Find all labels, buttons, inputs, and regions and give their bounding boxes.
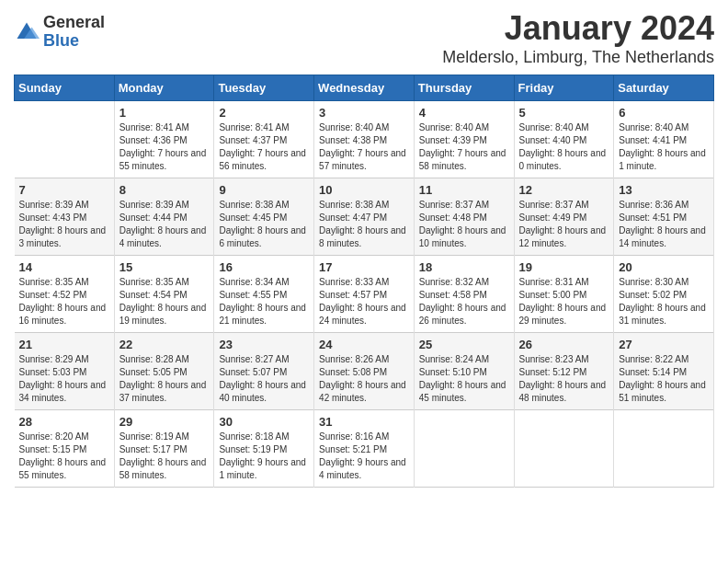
day-header-sunday: Sunday [15,75,115,101]
calendar-cell: 24Sunrise: 8:26 AMSunset: 5:08 PMDayligh… [314,333,415,410]
day-number: 13 [619,183,709,197]
day-header-saturday: Saturday [614,75,714,101]
calendar-cell [414,410,514,488]
week-row-4: 21Sunrise: 8:29 AMSunset: 5:03 PMDayligh… [15,333,714,410]
day-info: Sunrise: 8:40 AMSunset: 4:38 PMDaylight:… [319,121,409,173]
calendar-cell: 8Sunrise: 8:39 AMSunset: 4:44 PMDaylight… [114,178,214,256]
calendar-cell: 3Sunrise: 8:40 AMSunset: 4:38 PMDaylight… [314,101,415,178]
day-number: 20 [619,260,709,274]
day-number: 7 [19,183,109,197]
calendar-cell: 19Sunrise: 8:31 AMSunset: 5:00 PMDayligh… [514,256,614,333]
day-info: Sunrise: 8:35 AMSunset: 4:52 PMDaylight:… [19,276,109,327]
day-info: Sunrise: 8:20 AMSunset: 5:15 PMDaylight:… [19,431,109,482]
calendar-cell: 17Sunrise: 8:33 AMSunset: 4:57 PMDayligh… [314,256,415,333]
calendar-body: 1Sunrise: 8:41 AMSunset: 4:36 PMDaylight… [15,101,714,488]
day-info: Sunrise: 8:33 AMSunset: 4:57 PMDaylight:… [319,276,409,327]
day-header-thursday: Thursday [414,75,514,101]
day-info: Sunrise: 8:40 AMSunset: 4:39 PMDaylight:… [419,121,509,173]
day-header-monday: Monday [114,75,214,101]
day-info: Sunrise: 8:30 AMSunset: 5:02 PMDaylight:… [619,276,709,327]
day-number: 19 [519,260,609,274]
calendar-cell: 1Sunrise: 8:41 AMSunset: 4:36 PMDaylight… [114,101,214,178]
day-info: Sunrise: 8:19 AMSunset: 5:17 PMDaylight:… [119,431,210,482]
day-info: Sunrise: 8:29 AMSunset: 5:03 PMDaylight:… [19,353,109,405]
day-info: Sunrise: 8:31 AMSunset: 5:00 PMDaylight:… [519,276,609,327]
day-number: 9 [219,183,309,197]
day-header-tuesday: Tuesday [214,75,314,101]
calendar-cell: 18Sunrise: 8:32 AMSunset: 4:58 PMDayligh… [414,256,514,333]
day-info: Sunrise: 8:24 AMSunset: 5:10 PMDaylight:… [419,353,509,405]
day-number: 12 [519,183,609,197]
day-number: 22 [119,338,210,351]
location-title: Melderslo, Limburg, The Netherlands [442,48,714,67]
calendar-cell: 21Sunrise: 8:29 AMSunset: 5:03 PMDayligh… [15,333,115,410]
logo-general: General [43,14,105,32]
day-info: Sunrise: 8:38 AMSunset: 4:45 PMDaylight:… [219,199,309,250]
calendar-cell: 7Sunrise: 8:39 AMSunset: 4:43 PMDaylight… [15,178,115,256]
calendar-cell: 23Sunrise: 8:27 AMSunset: 5:07 PMDayligh… [214,333,314,410]
calendar-cell: 30Sunrise: 8:18 AMSunset: 5:19 PMDayligh… [214,410,314,488]
calendar-cell: 20Sunrise: 8:30 AMSunset: 5:02 PMDayligh… [614,256,714,333]
day-info: Sunrise: 8:27 AMSunset: 5:07 PMDaylight:… [219,353,309,405]
header: General Blue January 2024 Melderslo, Lim… [14,9,714,67]
day-number: 27 [619,338,709,351]
calendar-cell [614,410,714,488]
calendar-cell: 29Sunrise: 8:19 AMSunset: 5:17 PMDayligh… [114,410,214,488]
day-number: 10 [319,183,409,197]
day-number: 6 [619,106,709,120]
calendar-table: SundayMondayTuesdayWednesdayThursdayFrid… [14,75,714,488]
calendar-cell: 15Sunrise: 8:35 AMSunset: 4:54 PMDayligh… [114,256,214,333]
day-number: 21 [19,338,109,351]
day-info: Sunrise: 8:23 AMSunset: 5:12 PMDaylight:… [519,353,609,405]
calendar-cell: 16Sunrise: 8:34 AMSunset: 4:55 PMDayligh… [214,256,314,333]
week-row-2: 7Sunrise: 8:39 AMSunset: 4:43 PMDaylight… [15,178,714,256]
day-number: 25 [419,338,509,351]
calendar-cell [15,101,115,178]
day-info: Sunrise: 8:38 AMSunset: 4:47 PMDaylight:… [319,199,409,250]
week-row-1: 1Sunrise: 8:41 AMSunset: 4:36 PMDaylight… [15,101,714,178]
logo: General Blue [14,14,105,51]
calendar-cell: 25Sunrise: 8:24 AMSunset: 5:10 PMDayligh… [414,333,514,410]
day-header-friday: Friday [514,75,614,101]
calendar-cell: 26Sunrise: 8:23 AMSunset: 5:12 PMDayligh… [514,333,614,410]
logo-text: General Blue [43,14,105,51]
day-info: Sunrise: 8:35 AMSunset: 4:54 PMDaylight:… [119,276,210,327]
day-number: 29 [119,415,210,429]
day-info: Sunrise: 8:39 AMSunset: 4:43 PMDaylight:… [19,199,109,250]
calendar-cell: 10Sunrise: 8:38 AMSunset: 4:47 PMDayligh… [314,178,415,256]
calendar-cell: 6Sunrise: 8:40 AMSunset: 4:41 PMDaylight… [614,101,714,178]
calendar-cell: 9Sunrise: 8:38 AMSunset: 4:45 PMDaylight… [214,178,314,256]
calendar-cell: 28Sunrise: 8:20 AMSunset: 5:15 PMDayligh… [15,410,115,488]
day-number: 8 [119,183,210,197]
day-number: 23 [219,338,309,351]
day-info: Sunrise: 8:36 AMSunset: 4:51 PMDaylight:… [619,199,709,250]
day-info: Sunrise: 8:18 AMSunset: 5:19 PMDaylight:… [219,431,309,482]
title-area: January 2024 Melderslo, Limburg, The Net… [442,9,714,67]
day-info: Sunrise: 8:41 AMSunset: 4:37 PMDaylight:… [219,121,309,173]
calendar-cell: 27Sunrise: 8:22 AMSunset: 5:14 PMDayligh… [614,333,714,410]
day-number: 26 [519,338,609,351]
calendar-cell: 2Sunrise: 8:41 AMSunset: 4:37 PMDaylight… [214,101,314,178]
logo-blue: Blue [43,32,105,51]
calendar-cell: 31Sunrise: 8:16 AMSunset: 5:21 PMDayligh… [314,410,415,488]
calendar-header-row: SundayMondayTuesdayWednesdayThursdayFrid… [15,75,714,101]
calendar-cell: 5Sunrise: 8:40 AMSunset: 4:40 PMDaylight… [514,101,614,178]
day-number: 3 [319,106,409,120]
day-number: 18 [419,260,509,274]
day-info: Sunrise: 8:28 AMSunset: 5:05 PMDaylight:… [119,353,210,405]
day-number: 17 [319,260,409,274]
day-number: 1 [119,106,210,120]
day-number: 30 [219,415,309,429]
logo-icon [14,19,40,45]
week-row-5: 28Sunrise: 8:20 AMSunset: 5:15 PMDayligh… [15,410,714,488]
day-number: 14 [19,260,109,274]
calendar-cell: 11Sunrise: 8:37 AMSunset: 4:48 PMDayligh… [414,178,514,256]
day-header-wednesday: Wednesday [314,75,415,101]
calendar-cell: 22Sunrise: 8:28 AMSunset: 5:05 PMDayligh… [114,333,214,410]
day-info: Sunrise: 8:32 AMSunset: 4:58 PMDaylight:… [419,276,509,327]
day-number: 11 [419,183,509,197]
day-info: Sunrise: 8:40 AMSunset: 4:41 PMDaylight:… [619,121,709,173]
day-info: Sunrise: 8:41 AMSunset: 4:36 PMDaylight:… [119,121,210,173]
day-info: Sunrise: 8:26 AMSunset: 5:08 PMDaylight:… [319,353,409,405]
day-info: Sunrise: 8:16 AMSunset: 5:21 PMDaylight:… [319,431,409,482]
